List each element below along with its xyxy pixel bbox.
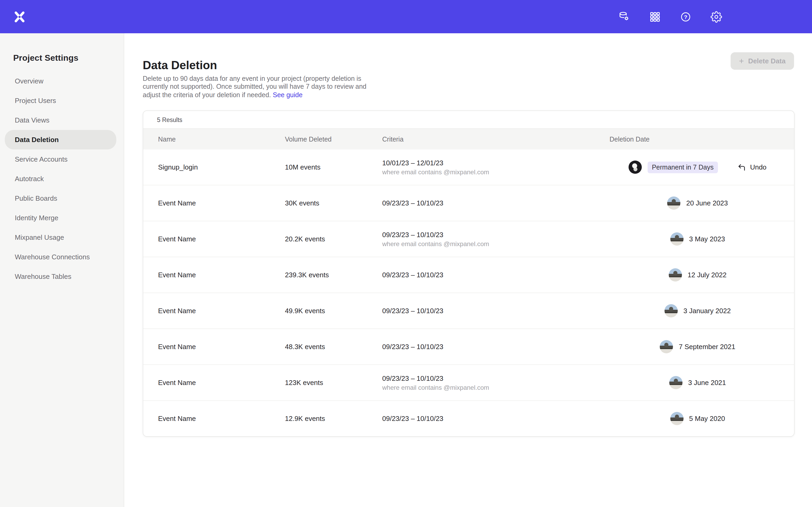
mixpanel-logo[interactable] [13, 10, 26, 23]
results-count-bar: 5 Results [143, 111, 794, 129]
settings-gear-icon[interactable] [711, 11, 722, 22]
main-content: Data Deletion Delete up to 90 days data … [124, 33, 812, 507]
row-name: Event Name [158, 235, 285, 243]
row-volume: 123K events [285, 379, 382, 387]
row-deletion-date: Permanent in 7 Days Undo [610, 161, 785, 174]
table-row: Event Name 239.3K events 09/23/23 – 10/1… [143, 257, 794, 293]
row-volume: 30K events [285, 199, 382, 207]
sidebar-item-data-deletion[interactable]: Data Deletion [5, 130, 116, 150]
row-criteria: 09/23/23 – 10/10/23 where email contains… [382, 230, 610, 247]
row-name: Event Name [158, 199, 285, 207]
row-deletion-date: 12 July 2022 [610, 268, 785, 281]
sidebar-item-autotrack[interactable]: Autotrack [0, 169, 124, 188]
row-name: Event Name [158, 414, 285, 422]
sidebar-title: Project Settings [13, 53, 124, 63]
row-volume: 20.2K events [285, 235, 382, 243]
page-title: Data Deletion [143, 58, 217, 72]
row-name: Event Name [158, 343, 285, 351]
delete-data-button[interactable]: + Delete Data [730, 52, 794, 70]
svg-text:?: ? [684, 14, 688, 20]
row-deletion-date: 3 January 2022 [610, 304, 785, 318]
row-name: Signup_login [158, 163, 285, 171]
plus-icon: + [739, 57, 744, 65]
row-criteria: 09/23/23 – 10/10/23 [382, 414, 610, 422]
user-avatar [670, 232, 683, 245]
sidebar-item-mixpanel-usage[interactable]: Mixpanel Usage [0, 228, 124, 247]
sidebar-item-identity-merge[interactable]: Identity Merge [0, 208, 124, 228]
row-volume: 12.9K events [285, 414, 382, 422]
sidebar-item-public-boards[interactable]: Public Boards [0, 188, 124, 208]
undo-button[interactable]: Undo [738, 163, 767, 171]
table-row: Signup_login 10M events 10/01/23 – 12/01… [143, 150, 794, 185]
row-criteria: 09/23/23 – 10/10/23 [382, 271, 610, 279]
table-row: Event Name 49.9K events 09/23/23 – 10/10… [143, 293, 794, 329]
table-row: Event Name 48.3K events 09/23/23 – 10/10… [143, 329, 794, 365]
row-volume: 49.9K events [285, 307, 382, 315]
row-deletion-date: 3 May 2023 [610, 232, 785, 245]
app-root: ? Project Settings Overview Project User… [0, 0, 812, 507]
row-criteria: 09/23/23 – 10/10/23 where email contains… [382, 374, 610, 391]
column-header-volume: Volume Deleted [285, 135, 382, 143]
top-navigation-bar: ? [0, 0, 812, 33]
row-volume: 239.3K events [285, 271, 382, 279]
settings-sidebar: Project Settings Overview Project Users … [0, 33, 124, 507]
status-badge: Permanent in 7 Days [648, 161, 718, 173]
results-count: 5 Results [157, 116, 183, 123]
table-row: Event Name 20.2K events 09/23/23 – 10/10… [143, 221, 794, 257]
row-name: Event Name [158, 307, 285, 315]
row-name: Event Name [158, 379, 285, 387]
see-guide-link[interactable]: See guide [273, 91, 303, 99]
delete-data-label: Delete Data [748, 57, 785, 65]
sidebar-item-service-accounts[interactable]: Service Accounts [0, 150, 124, 169]
row-criteria: 09/23/23 – 10/10/23 [382, 199, 610, 207]
sidebar-item-overview[interactable]: Overview [0, 71, 124, 91]
mixpanel-x-logo-icon [13, 10, 26, 23]
apps-grid-icon[interactable] [649, 11, 661, 22]
sidebar-item-warehouse-tables[interactable]: Warehouse Tables [0, 267, 124, 286]
user-avatar [670, 412, 683, 425]
row-deletion-date: 7 September 2021 [610, 340, 785, 353]
user-avatar [664, 304, 677, 318]
row-deletion-date: 5 May 2020 [610, 412, 785, 425]
row-criteria: 10/01/23 – 12/01/23 where email contains… [382, 159, 610, 176]
table-row: Event Name 123K events 09/23/23 – 10/10/… [143, 365, 794, 401]
undo-icon [738, 163, 746, 171]
topbar-icon-group: ? [618, 11, 722, 22]
user-avatar [668, 268, 682, 281]
help-icon[interactable]: ? [680, 11, 692, 22]
row-criteria: 09/23/23 – 10/10/23 [382, 343, 610, 351]
undo-label: Undo [750, 163, 767, 171]
page-description-text: Delete up to 90 days data for any event … [143, 75, 366, 99]
sidebar-item-data-views[interactable]: Data Views [0, 110, 124, 130]
user-avatar [660, 340, 673, 353]
table-row: Event Name 12.9K events 09/23/23 – 10/10… [143, 401, 794, 436]
row-volume: 48.3K events [285, 343, 382, 351]
row-criteria: 09/23/23 – 10/10/23 [382, 307, 610, 315]
column-header-deletion-date: Deletion Date [610, 135, 785, 143]
column-header-name: Name [158, 135, 285, 143]
sidebar-item-project-users[interactable]: Project Users [0, 91, 124, 110]
user-avatar [628, 161, 642, 174]
row-name: Event Name [158, 271, 285, 279]
row-deletion-date: 3 June 2021 [610, 376, 785, 389]
row-deletion-date: 20 June 2023 [610, 196, 785, 210]
sidebar-menu: Overview Project Users Data Views Data D… [0, 71, 124, 286]
table-row: Event Name 30K events 09/23/23 – 10/10/2… [143, 185, 794, 221]
deletion-table-card: 5 Results Name Volume Deleted Criteria D… [143, 110, 795, 437]
user-avatar [669, 376, 682, 389]
table-header: Name Volume Deleted Criteria Deletion Da… [143, 129, 794, 150]
row-volume: 10M events [285, 163, 382, 171]
data-management-icon[interactable] [618, 11, 630, 22]
column-header-criteria: Criteria [382, 135, 610, 143]
sidebar-item-warehouse-connections[interactable]: Warehouse Connections [0, 247, 124, 267]
user-avatar [667, 196, 680, 210]
page-description: Delete up to 90 days data for any event … [143, 75, 377, 100]
